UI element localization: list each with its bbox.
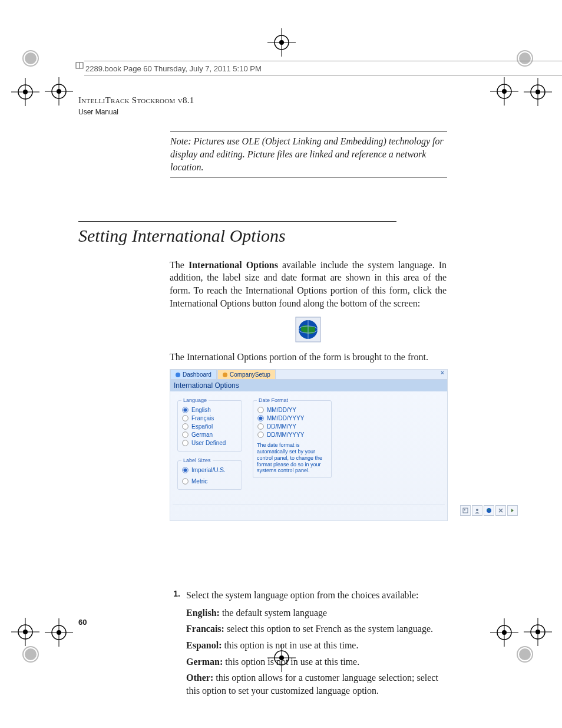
date-note: The date format is automatically set by …: [257, 442, 328, 474]
svg-point-10: [517, 51, 533, 66]
radio-label: MM/DD/YY: [267, 407, 296, 413]
radio-label: German: [191, 431, 213, 438]
option-name: Francais:: [186, 624, 224, 634]
step-list: 1. Select the system language option fro…: [170, 589, 447, 697]
step-number: 1.: [170, 589, 180, 602]
svg-point-56: [476, 509, 478, 511]
tab-company-setup[interactable]: CompanySetup: [217, 370, 276, 379]
radio-input[interactable]: [257, 424, 263, 430]
svg-point-11: [519, 52, 531, 64]
radio-label: Español: [191, 423, 213, 430]
radio-lang-fran-ais[interactable]: Français: [181, 414, 238, 422]
svg-point-43: [535, 630, 540, 634]
page-number: 60: [78, 618, 87, 627]
svg-point-47: [502, 630, 507, 635]
language-group: Language EnglishFrançaisEspañolGermanUse…: [177, 397, 242, 452]
radio-label: DD/MM/YY: [267, 423, 296, 430]
next-icon[interactable]: [507, 505, 518, 516]
dot-icon: [223, 373, 227, 377]
radio-label: Imperial/U.S.: [191, 467, 226, 473]
radio-label: DD/MM/YYYY: [267, 431, 304, 438]
section-rule: [78, 221, 396, 222]
option-name: Other:: [186, 673, 213, 683]
language-option-desc: Espanol: this option is not in use at th…: [186, 639, 447, 652]
language-legend: Language: [181, 397, 209, 403]
radio-input[interactable]: [182, 424, 188, 430]
option-text: this option is not in use at this time.: [223, 657, 359, 667]
label-sizes-legend: Label Sizes: [181, 457, 213, 463]
svg-point-1: [25, 52, 37, 64]
svg-point-20: [23, 647, 38, 662]
company-icon[interactable]: [460, 505, 471, 516]
svg-point-22: [18, 625, 32, 639]
radio-input[interactable]: [182, 407, 188, 413]
dot-icon: [176, 373, 180, 377]
radio-input[interactable]: [257, 432, 263, 438]
radio-lang-user-defined[interactable]: User Defined: [181, 439, 238, 447]
radio-dfmt-dd-mm-yyyy[interactable]: DD/MM/YYYY: [257, 431, 328, 439]
svg-point-5: [57, 89, 61, 94]
tab-strip: Dashboard CompanySetup ×: [170, 370, 447, 380]
radio-input[interactable]: [182, 416, 188, 421]
svg-point-44: [497, 625, 511, 640]
svg-point-25: [23, 630, 28, 634]
language-option-desc: Other: this option allows for a customer…: [186, 671, 447, 697]
svg-point-2: [52, 84, 66, 98]
screenshot-intl-options: Dashboard CompanySetup × International O…: [170, 369, 448, 521]
content-block: IntelliTrack Stockroom v8.1 User Manual …: [78, 94, 491, 700]
radio-lang-english[interactable]: English: [181, 406, 238, 414]
tab-dashboard[interactable]: Dashboard: [170, 370, 217, 379]
intro-paragraph: The International Options available incl…: [170, 259, 447, 364]
users-icon[interactable]: [472, 505, 482, 516]
svg-point-38: [517, 647, 533, 662]
radio-input[interactable]: [182, 467, 188, 473]
svg-point-16: [531, 85, 545, 99]
svg-point-40: [531, 625, 545, 639]
radio-dfmt-mm-dd-yy[interactable]: MM/DD/YY: [257, 406, 328, 414]
manual-label: User Manual: [78, 107, 491, 117]
radio-dfmt-dd-mm-yy[interactable]: DD/MM/YY: [257, 423, 328, 430]
radio-input[interactable]: [257, 416, 263, 421]
radio-lang-espa-ol[interactable]: Español: [181, 423, 238, 430]
globe-icon: [170, 317, 447, 346]
tab-dashboard-label: Dashboard: [183, 371, 211, 378]
intro-bold: International Options: [189, 260, 278, 270]
language-option-desc: German: this option is not in use at thi…: [186, 655, 447, 668]
tools-icon[interactable]: [495, 505, 506, 516]
radio-input[interactable]: [257, 407, 263, 413]
close-icon[interactable]: ×: [438, 370, 447, 379]
svg-point-0: [23, 51, 38, 66]
radio-lsize-imperial-u-s-[interactable]: Imperial/U.S.: [181, 466, 226, 474]
svg-point-37: [279, 40, 284, 45]
option-name: English:: [186, 608, 220, 618]
label-sizes-group: Label Sizes Imperial/U.S.Metric: [177, 457, 242, 490]
footer-toolbar: [460, 505, 518, 516]
globe-small-icon[interactable]: [484, 505, 494, 516]
svg-point-19: [535, 90, 540, 94]
option-text: select this option to set French as the …: [224, 624, 433, 634]
radio-lsize-metric[interactable]: Metric: [181, 477, 207, 485]
date-legend: Date Format: [257, 397, 290, 403]
radio-label: User Defined: [191, 440, 226, 446]
radio-input[interactable]: [182, 479, 188, 485]
radio-input[interactable]: [182, 432, 188, 438]
radio-dfmt-mm-dd-yyyy[interactable]: MM/DD/YYYY: [257, 414, 328, 422]
svg-point-12: [497, 84, 511, 98]
product-title: IntelliTrack Stockroom v8.1: [78, 94, 491, 106]
svg-point-34: [275, 35, 289, 50]
tab-company-label: CompanySetup: [230, 371, 270, 378]
intro-pre: The: [170, 260, 189, 270]
page: 2289.book Page 60 Thursday, July 7, 2011…: [0, 0, 562, 728]
note-box: Note: Pictures use OLE (Object Linking a…: [170, 131, 447, 177]
radio-input[interactable]: [182, 440, 188, 446]
option-name: German:: [186, 657, 223, 667]
svg-point-29: [57, 630, 61, 635]
option-text: this option is not in use at this time.: [222, 640, 358, 650]
radio-label: English: [191, 407, 211, 413]
crop-header: 2289.book Page 60 Thursday, July 7, 2011…: [85, 64, 262, 73]
svg-point-57: [487, 508, 491, 513]
radio-label: Français: [191, 415, 214, 421]
radio-lang-german[interactable]: German: [181, 431, 238, 439]
svg-point-6: [18, 85, 32, 99]
svg-rect-55: [464, 509, 465, 510]
